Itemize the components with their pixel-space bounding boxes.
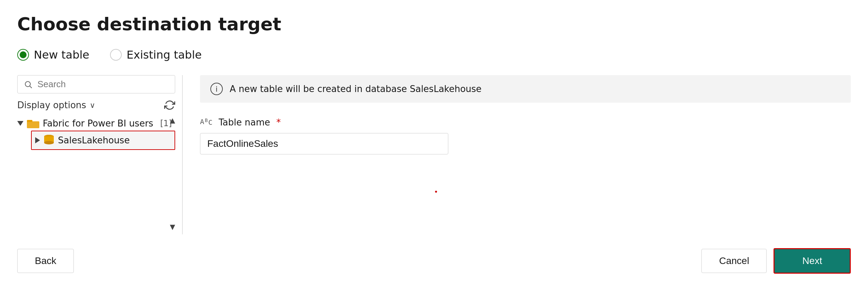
divider-dot: • [434, 187, 438, 196]
scroll-up-icon[interactable]: ▲ [170, 116, 175, 124]
right-panel: i A new table will be created in databas… [183, 75, 851, 234]
svg-point-6 [44, 141, 54, 144]
display-options-label-text: Display options [17, 100, 86, 110]
page-title: Choose destination target [17, 14, 851, 34]
next-button[interactable]: Next [774, 248, 851, 274]
radio-label-new: New table [34, 48, 89, 61]
table-name-label: Table name [219, 117, 270, 128]
search-box[interactable] [17, 75, 175, 93]
tree-area: ▲ Fabric for Power BI users [1] [17, 116, 175, 234]
required-star: * [276, 117, 281, 128]
scroll-down-icon[interactable]: ▼ [170, 223, 175, 231]
abc-icon: A B C [200, 116, 214, 128]
left-panel: Display options ∨ ▲ Fabric for Power BI … [17, 75, 183, 234]
tree-folder-row: Fabric for Power BI users [1] [17, 116, 175, 131]
svg-point-7 [44, 135, 54, 138]
database-icon [43, 134, 54, 146]
right-buttons: Cancel Next [701, 248, 851, 274]
table-name-label-row: A B C Table name * [200, 116, 851, 128]
folder-icon [27, 118, 39, 129]
cancel-button[interactable]: Cancel [701, 249, 767, 273]
refresh-icon[interactable] [164, 100, 175, 111]
svg-line-1 [30, 86, 32, 88]
radio-label-existing: Existing table [127, 48, 202, 61]
search-icon [24, 80, 32, 89]
bottom-bar: Back Cancel Next [17, 245, 851, 274]
chevron-down-icon: ∨ [90, 101, 95, 110]
radio-existing-table[interactable]: Existing table [110, 48, 202, 61]
info-icon: i [210, 83, 223, 95]
tree-child-saleslakehouse[interactable]: SalesLakehouse [31, 131, 175, 150]
radio-group: New table Existing table [17, 48, 851, 61]
display-options-row: Display options ∨ [17, 100, 175, 111]
child-expand-icon[interactable] [35, 137, 40, 143]
svg-text:A: A [200, 118, 204, 126]
folder-name: Fabric for Power BI users [43, 118, 153, 129]
search-input[interactable] [37, 79, 169, 90]
info-banner: i A new table will be created in databas… [200, 75, 851, 103]
table-name-input[interactable] [200, 133, 448, 154]
info-text: A new table will be created in database … [230, 84, 481, 94]
svg-point-0 [25, 81, 30, 87]
folder-expand-icon[interactable] [17, 121, 23, 126]
back-button[interactable]: Back [17, 249, 74, 273]
main-content: Display options ∨ ▲ Fabric for Power BI … [17, 75, 851, 234]
table-name-section: A B C Table name * [200, 116, 851, 154]
radio-circle-existing [110, 49, 122, 61]
child-label: SalesLakehouse [58, 135, 130, 145]
svg-text:C: C [208, 118, 212, 126]
svg-rect-3 [27, 120, 32, 122]
radio-new-table[interactable]: New table [17, 48, 89, 61]
display-options-button[interactable]: Display options ∨ [17, 100, 95, 110]
svg-text:B: B [205, 118, 208, 123]
radio-circle-new [17, 49, 29, 61]
svg-rect-2 [27, 121, 39, 128]
